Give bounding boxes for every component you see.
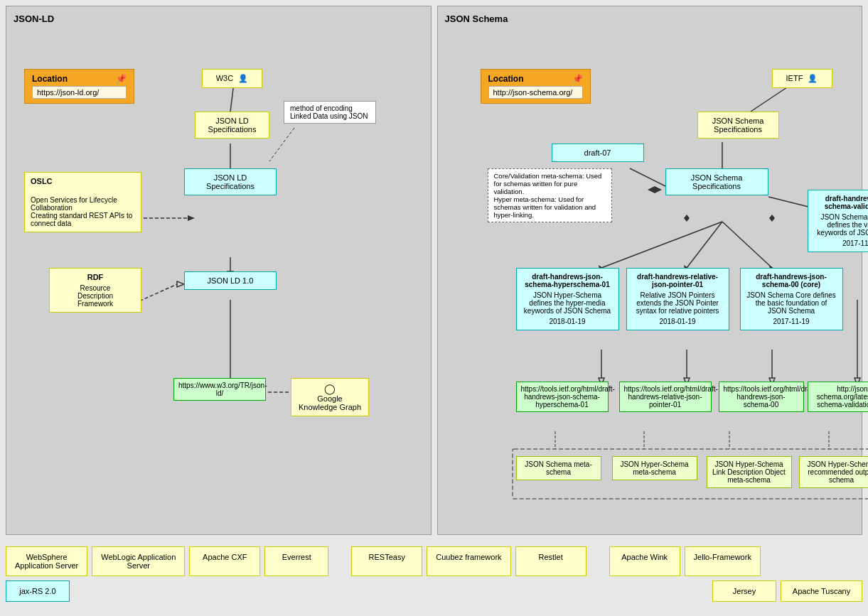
url-schema00[interactable]: https://tools.ietf.org/html/draft-handre… [724, 385, 818, 409]
draft07-box: draft-07 [552, 144, 644, 162]
meta-schema-box: JSON Schema meta-schema [516, 456, 601, 480]
json-ld-spec-top-line1: JSON LD [201, 117, 263, 125]
right-location-box: Location 📌 http://json-schema.org/ [481, 69, 591, 104]
bottom-resteasy: RESTeasy [351, 546, 422, 576]
json-ld-desc-text: method of encoding Linked Data using JSO… [290, 104, 368, 120]
bottom-websphere: WebSphere Application Server [6, 546, 87, 576]
draft-core-desc: JSON Schema Core defines the basic found… [746, 291, 837, 315]
bottom-everrest: Everrest [264, 546, 328, 576]
hyper-meta-schema-label: JSON Hyper-Schema meta-schema [620, 460, 688, 476]
ietf-box: IETF 👤 [772, 69, 832, 88]
draft-hyper-date: 2018-01-19 [523, 318, 613, 325]
url-hyper-box: https://tools.ietf.org/html/draft-handre… [516, 382, 609, 412]
draft-relative-desc: Relative JSON Pointers extends the JSON … [633, 291, 723, 315]
bottom-weblogic: WebLogic Application Server [92, 546, 185, 576]
json-schema-spec-top-l2: Specifications [704, 125, 773, 134]
bottom-tuscany: Apache Tuscany [781, 580, 862, 602]
google-kg-box: ◯ Google Knowledge Graph [291, 378, 369, 416]
svg-marker-4 [188, 215, 195, 221]
left-location-url[interactable]: https://json-ld.org/ [32, 86, 127, 99]
svg-marker-39 [769, 215, 775, 222]
draft-hyper-box: draft-handrews-json-schema-hyperschema-0… [516, 268, 619, 330]
w3c-url-box: https://www.w3.org/TR/json-ld/ [173, 378, 266, 401]
right-location-label: Location 📌 [488, 74, 583, 84]
json-schema-spec-main-l2: Specifications [672, 182, 762, 190]
w3c-url[interactable]: https://www.w3.org/TR/json-ld/ [178, 382, 267, 397]
oslc-desc: Open Services for Lifecycle Collaboratio… [31, 188, 135, 227]
svg-marker-6 [177, 281, 184, 287]
json-schema-spec-main-l1: JSON Schema [672, 173, 762, 182]
json-schema-spec-top: JSON Schema Specifications [697, 112, 779, 139]
draft-core-title: draft-handrews-json-schema-00 (core) [746, 273, 837, 288]
ietf-person-icon: 👤 [808, 74, 818, 82]
bottom-jaxrs: jax-RS 2.0 [6, 580, 70, 602]
json-schema-spec-main: JSON Schema Specifications [665, 168, 768, 195]
bottom-row-2: jax-RS 2.0 Jersey Apache Tuscany [6, 580, 862, 602]
google-kg-icon: ◯ [324, 383, 336, 394]
left-location-box: Location 📌 https://json-ld.org/ [24, 69, 134, 104]
right-panel-title: JSON Schema [445, 13, 855, 24]
svg-line-15 [630, 168, 665, 186]
oslc-box: OSLC Open Services for Lifecycle Collabo… [24, 172, 141, 232]
bottom-wink: Apache Wink [609, 546, 680, 576]
bottom-jersey: Jersey [712, 580, 776, 602]
hyper-meta-schema-box: JSON Hyper-Schema meta-schema [612, 456, 697, 480]
svg-line-21 [722, 222, 772, 268]
draft-relative-title: draft-handrews-relative-json-pointer-01 [633, 273, 723, 288]
url-validation-box: http://json-schema.org/latest/json-schem… [808, 382, 869, 412]
right-location-url[interactable]: http://json-schema.org/ [488, 86, 583, 99]
left-location-label: Location 📌 [32, 74, 127, 84]
draft-relative-date: 2018-01-19 [633, 318, 723, 325]
draft07-desc: Core/Validation meta-schema: Used for sc… [488, 168, 612, 222]
link-desc-label: JSON Hyper-Schema Link Description Objec… [712, 460, 786, 484]
json-schema-spec-top-l1: JSON Schema [704, 117, 773, 125]
person-icon: 👤 [238, 74, 248, 82]
link-desc-box: JSON Hyper-Schema Link Description Objec… [707, 456, 792, 488]
recommended-label: JSON Hyper-Schema recommended output sch… [807, 460, 868, 484]
draft-validation-date: 2017-11-19 [814, 239, 869, 247]
draft-validation-box: draft-handrews-json-schema-validation-00… [808, 190, 869, 252]
draft-core-box: draft-handrews-json-schema-00 (core) JSO… [740, 268, 843, 330]
draft-core-date: 2017-11-19 [746, 318, 837, 325]
draft07-desc-text: Core/Validation meta-schema: Used for sc… [494, 172, 602, 219]
json-ld-spec-main-line1: JSON LD [191, 173, 270, 182]
rdf-desc: ResourceDescriptionFramework [55, 284, 135, 308]
draft07-label: draft-07 [584, 148, 611, 157]
json-ld-spec-top: JSON LD Specifications [195, 112, 269, 139]
main-container: JSON-LD [0, 0, 868, 612]
draft-relative-box: draft-handrews-relative-json-pointer-01 … [626, 268, 729, 330]
google-kg-line1: Google [297, 394, 363, 403]
json-ld-desc-box: method of encoding Linked Data using JSO… [284, 101, 376, 124]
draft-validation-title: draft-handrews-json-schema-validation-00 [814, 195, 869, 210]
json-ld-spec-main: JSON LD Specifications [184, 168, 277, 195]
url-schema00-box: https://tools.ietf.org/html/draft-handre… [719, 382, 804, 412]
left-panel-title: JSON-LD [14, 13, 424, 24]
left-panel: JSON-LD [6, 6, 432, 535]
svg-marker-36 [648, 186, 662, 193]
url-relative[interactable]: https://tools.ietf.org/html/draft-handre… [624, 385, 718, 409]
json-ld-spec-main-line2: Specifications [191, 182, 270, 190]
ietf-label: IETF [786, 74, 803, 82]
url-validation[interactable]: http://json-schema.org/latest/json-schem… [817, 385, 868, 409]
url-relative-box: https://tools.ietf.org/html/draft-handre… [619, 382, 712, 412]
json-ld-10-label: JSON LD 1.0 [208, 276, 254, 285]
draft-hyper-desc: JSON Hyper-Schema defines the hyper-medi… [523, 291, 613, 315]
json-ld-10: JSON LD 1.0 [184, 271, 277, 290]
oslc-title: OSLC [31, 177, 135, 185]
right-pin-icon: 📌 [572, 74, 583, 84]
pin-icon: 📌 [116, 74, 127, 84]
w3c-label: W3C [216, 74, 233, 82]
bottom-restlet: Restlet [515, 546, 586, 576]
draft-hyper-title: draft-handrews-json-schema-hyperschema-0… [523, 273, 613, 288]
google-kg-line2: Knowledge Graph [297, 403, 363, 411]
w3c-box: W3C 👤 [202, 69, 262, 88]
svg-marker-38 [684, 215, 690, 222]
bottom-row-1: WebSphere Application Server WebLogic Ap… [6, 546, 862, 576]
recommended-box: JSON Hyper-Schema recommended output sch… [799, 456, 869, 488]
json-ld-spec-top-line2: Specifications [201, 125, 263, 134]
left-panel-content: Location 📌 https://json-ld.org/ W3C 👤 [14, 30, 424, 513]
url-hyper[interactable]: https://tools.ietf.org/html/draft-handre… [521, 385, 615, 409]
svg-line-17 [601, 222, 722, 268]
rdf-box: RDF ResourceDescriptionFramework [49, 268, 141, 313]
svg-line-2 [269, 128, 294, 161]
